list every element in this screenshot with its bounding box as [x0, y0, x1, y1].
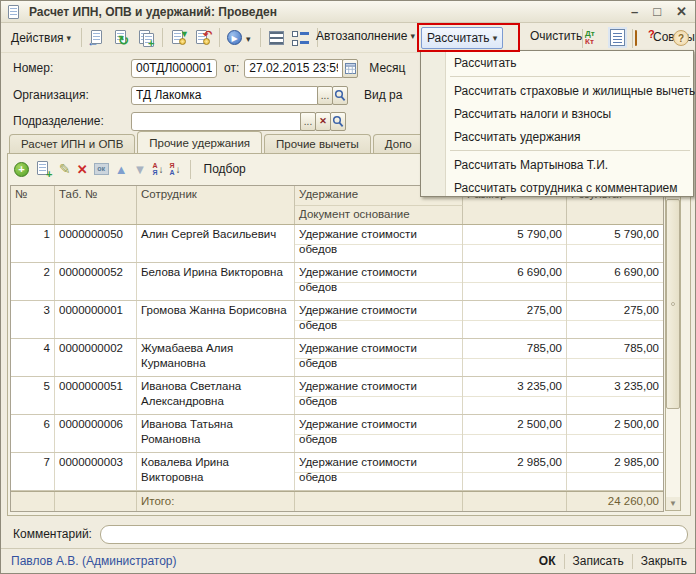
actions-menu-button[interactable]: Действия ▾	[6, 28, 76, 48]
menu-item-martynova[interactable]: Рассчитать Мартынова Т.И.	[421, 153, 693, 176]
help-button[interactable]: ?	[673, 30, 689, 46]
current-user-link[interactable]: Павлов А.В. (Администратор)	[11, 554, 531, 568]
minimize-button[interactable]: –	[631, 5, 638, 18]
sort-asc-icon[interactable]: АЯ ↓	[152, 162, 163, 176]
calendar-button[interactable]	[342, 59, 358, 78]
vertical-scrollbar[interactable]: ▲ ▼	[665, 185, 681, 511]
cell-result[interactable]: 3 235,00	[567, 377, 663, 414]
goto-icon[interactable]: ▶ ▾	[225, 28, 255, 48]
menu-item-insurance-housing[interactable]: Рассчитать страховые и жилищные вычеты	[421, 79, 693, 102]
move-up-icon[interactable]: ▲	[115, 163, 128, 176]
scroll-down-button[interactable]: ▼	[666, 497, 680, 510]
post-document-icon[interactable]: ←	[87, 28, 109, 48]
organization-input[interactable]	[131, 86, 318, 105]
cell-num[interactable]: 7	[11, 453, 55, 490]
search-button[interactable]	[330, 112, 346, 131]
cell-tab-num[interactable]: 0000000001	[55, 301, 137, 338]
cell-deduction[interactable]: Удержание стоимости обедов	[295, 453, 463, 490]
refresh-document-icon[interactable]: ↻	[111, 28, 133, 48]
header-employee[interactable]: Сотрудник	[137, 186, 295, 224]
cell-num[interactable]: 6	[11, 415, 55, 452]
autofill-menu-button[interactable]: Автозаполнение ▾	[311, 26, 420, 46]
header-tab-num[interactable]: Таб. №	[55, 186, 137, 224]
copy-document-icon[interactable]: +	[135, 28, 157, 48]
cell-tab-num[interactable]: 0000000006	[55, 415, 137, 452]
header-doc-base[interactable]: Документ основание	[295, 205, 463, 224]
cell-deduction[interactable]: Удержание стоимости обедов	[295, 225, 463, 262]
column-settings-icon[interactable]	[290, 28, 312, 48]
cell-result[interactable]: 785,00	[567, 339, 663, 376]
cell-deduction[interactable]: Удержание стоимости обедов	[295, 301, 463, 338]
cell-size[interactable]: 5 790,00	[463, 225, 567, 262]
menu-item-employee-comment[interactable]: Рассчитать сотрудника с комментарием	[421, 176, 693, 199]
delete-row-icon[interactable]: ✕	[77, 163, 88, 176]
tips-button[interactable]: ?	[635, 31, 637, 45]
cell-tab-num[interactable]: 0000000050	[55, 225, 137, 262]
cell-size[interactable]: 2 500,00	[463, 415, 567, 452]
close-form-button[interactable]: Закрыть	[633, 554, 687, 568]
cell-tab-num[interactable]: 0000000002	[55, 339, 137, 376]
cell-result[interactable]: 2 985,00	[567, 453, 663, 490]
search-button[interactable]	[332, 86, 348, 105]
dtkt-movements-icon[interactable]: Дт Кт	[585, 30, 595, 46]
cell-employee[interactable]: Иванова Татьяна Романовна	[137, 415, 295, 452]
post-movements-icon[interactable]: ▼	[168, 28, 190, 48]
tab-prochie-vychety[interactable]: Прочие вычеты	[264, 134, 371, 153]
cell-deduction[interactable]: Удержание стоимости обедов	[295, 339, 463, 376]
calculate-menu-button[interactable]: Рассчитать ▾	[421, 27, 503, 49]
save-button[interactable]: Записать	[565, 554, 632, 568]
cell-tab-num[interactable]: 0000000051	[55, 377, 137, 414]
cell-tab-num[interactable]: 0000000052	[55, 263, 137, 300]
menu-item-taxes-contributions[interactable]: Рассчитать налоги и взносы	[421, 102, 693, 125]
cell-employee[interactable]: Громова Жанна Борисовна	[137, 301, 295, 338]
ellipsis-button[interactable]: ...	[317, 86, 333, 105]
cell-employee[interactable]: Иванова Светлана Александровна	[137, 377, 295, 414]
clear-button[interactable]: Очистить	[525, 26, 587, 46]
sort-desc-icon[interactable]: ЯА ↓	[169, 162, 180, 176]
cell-result[interactable]: 6 690,00	[567, 263, 663, 300]
edit-row-icon[interactable]: ✎	[59, 162, 71, 176]
ok-button[interactable]: ОК	[531, 554, 564, 568]
cell-deduction[interactable]: Удержание стоимости обедов	[295, 263, 463, 300]
cell-result[interactable]: 275,00	[567, 301, 663, 338]
tab-prochie-uderzhaniya[interactable]: Прочие удержания	[137, 131, 262, 153]
cell-tab-num[interactable]: 0000000003	[55, 453, 137, 490]
cell-num[interactable]: 5	[11, 377, 55, 414]
cell-num[interactable]: 4	[11, 339, 55, 376]
cell-result[interactable]: 5 790,00	[567, 225, 663, 262]
cell-employee[interactable]: Алин Сергей Васильевич	[137, 225, 295, 262]
pick-button[interactable]: Подбор	[204, 162, 246, 176]
end-edit-icon[interactable]: ок	[94, 163, 109, 175]
cell-size[interactable]: 6 690,00	[463, 263, 567, 300]
close-button[interactable]: ✕	[676, 5, 687, 18]
unpost-movements-icon[interactable]: ↶	[192, 28, 214, 48]
menu-item-calculate[interactable]: Рассчитать	[421, 51, 693, 74]
cell-num[interactable]: 2	[11, 263, 55, 300]
cell-employee[interactable]: Ковалева Ирина Викторовна	[137, 453, 295, 490]
maximize-button[interactable]: □	[653, 5, 661, 18]
cell-size[interactable]: 275,00	[463, 301, 567, 338]
cell-employee[interactable]: Жумабаева Алия Курмановна	[137, 339, 295, 376]
cell-result[interactable]: 2 500,00	[567, 415, 663, 452]
cell-deduction[interactable]: Удержание стоимости обедов	[295, 415, 463, 452]
move-down-icon[interactable]: ▼	[134, 163, 147, 176]
menu-item-deductions[interactable]: Рассчитать удержания	[421, 125, 693, 148]
number-input[interactable]	[131, 59, 217, 78]
cell-size[interactable]: 785,00	[463, 339, 567, 376]
add-row-icon[interactable]: +	[14, 162, 29, 177]
report-icon[interactable]	[610, 29, 625, 46]
date-input[interactable]	[244, 59, 343, 78]
cell-employee[interactable]: Белова Ирина Викторовна	[137, 263, 295, 300]
clear-field-button[interactable]: ✕	[315, 112, 331, 131]
comment-input[interactable]	[100, 525, 688, 544]
cell-deduction[interactable]: Удержание стоимости обедов	[295, 377, 463, 414]
department-input[interactable]	[131, 112, 301, 131]
header-num[interactable]: №	[11, 186, 55, 224]
tab-raschet-ipn-opv[interactable]: Расчет ИПН и ОПВ	[9, 134, 135, 153]
cell-size[interactable]: 2 985,00	[463, 453, 567, 490]
cell-num[interactable]: 1	[11, 225, 55, 262]
scrollbar-thumb[interactable]	[666, 199, 680, 409]
copy-row-icon[interactable]: +	[35, 160, 53, 178]
cell-num[interactable]: 3	[11, 301, 55, 338]
cell-size[interactable]: 3 235,00	[463, 377, 567, 414]
